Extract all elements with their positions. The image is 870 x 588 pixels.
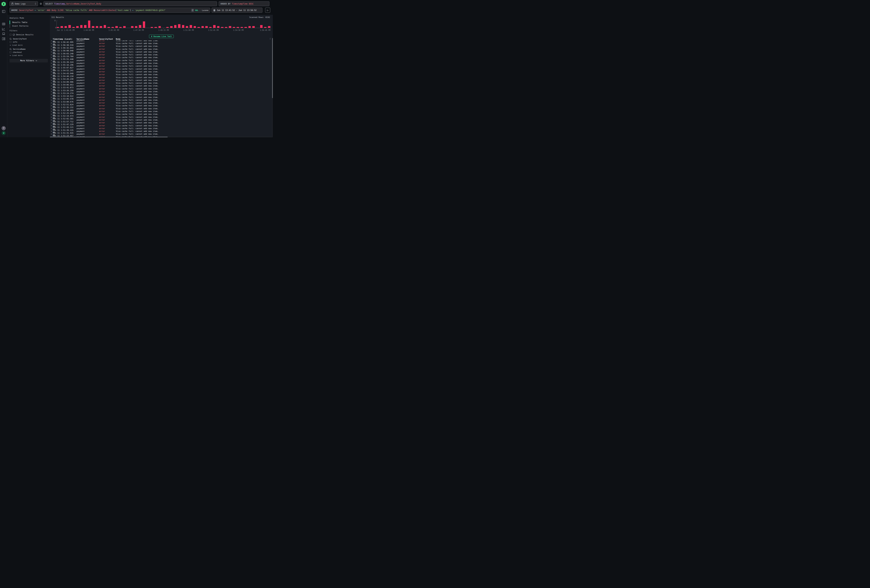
row-expand-chevron-icon[interactable] [50,91,53,92]
histogram-bar[interactable] [131,26,133,28]
denoise-checkbox[interactable] [10,34,12,36]
horizontal-scrollbar[interactable] [50,137,272,137]
table-row[interactable]: Jun 11 1:53:00.676 PMpaymenterrorVisa ca… [50,101,272,104]
histogram-bar[interactable] [201,26,204,28]
row-expand-chevron-icon[interactable] [50,65,53,67]
histogram-bar[interactable] [229,26,231,28]
row-expand-chevron-icon[interactable] [50,116,53,118]
horizontal-scrollbar-thumb[interactable] [50,137,168,137]
search-icon[interactable] [10,38,12,40]
client-sessions-icon[interactable] [2,33,5,36]
checkout-checkbox[interactable] [10,51,12,53]
column-resize-handle[interactable]: ⋮ [75,38,77,40]
row-expand-chevron-icon[interactable] [50,71,53,73]
load-more-servicename[interactable]: Load more [10,54,22,57]
vertical-scrollbar[interactable] [272,37,273,137]
table-row[interactable]: Jun 11 1:51:47.229 PMpaymenterrorVisa ca… [50,124,272,127]
order-by-input[interactable]: ORDER BY TimestampTime DESC [219,1,270,6]
search-icon[interactable] [10,48,12,50]
table-row[interactable]: Jun 11 1:55:07.827 PMpaymenterrorVisa ca… [50,67,272,70]
select-query-input[interactable]: SELECT Timestamp, ServiceName, SeverityT… [43,1,217,6]
more-filters-button[interactable]: More filters [10,59,48,63]
where-query-input[interactable]: WHERE SeverityText = 'error' AND Body IL… [10,7,210,13]
collapse-sidebar-icon[interactable] [2,10,5,13]
table-row[interactable]: Jun 11 1:56:03.248 PMpaymenterrorVisa ca… [50,53,272,56]
histogram-bar[interactable] [64,26,67,28]
filter-option-info[interactable]: info [10,41,17,43]
vertical-scrollbar-thumb[interactable] [272,38,273,98]
mode-results-table[interactable]: Results Table [10,21,48,24]
table-row[interactable]: Jun 11 1:53:24.274 PMpaymenterrorVisa ca… [50,93,272,96]
column-header-timestamp[interactable]: Timestamp (Local) [53,38,77,40]
table-row[interactable]: Jun 11 1:55:59.760 PMpaymenterrorVisa ca… [50,56,272,59]
histogram-bar[interactable] [88,21,90,28]
row-expand-chevron-icon[interactable] [50,122,53,124]
histogram-bar[interactable] [182,25,184,28]
column-header-body[interactable]: Body [116,38,272,40]
denoise-results-row[interactable]: Denoise Results [10,34,33,36]
run-query-button[interactable]: ▷ [265,7,270,13]
table-row[interactable]: Jun 11 1:52:25.630 PMpaymenterrorVisa ca… [50,113,272,116]
histogram-bar[interactable] [76,26,79,28]
table-row[interactable]: Jun 11 1:54:40.218 PMpaymenterrorVisa ca… [50,76,272,79]
table-row[interactable]: Jun 11 1:56:51.975 PMpaymenterrorVisa ca… [50,40,272,42]
table-row[interactable]: Jun 11 1:56:08.948 PMpaymenterrorVisa ca… [50,51,272,53]
row-expand-chevron-icon[interactable] [50,45,53,47]
table-row[interactable]: Jun 11 1:52:02.581 PMpaymenterrorVisa ca… [50,119,272,121]
row-expand-chevron-icon[interactable] [50,51,53,53]
hyperdx-logo[interactable] [1,2,6,6]
histogram-bar[interactable] [123,26,125,28]
mode-event-patterns[interactable]: Event Patterns [10,24,48,28]
histogram-bar[interactable] [190,25,192,28]
row-expand-chevron-icon[interactable] [50,125,53,127]
histogram-bar[interactable] [84,25,86,28]
table-row[interactable]: Jun 11 1:53:10.922 PMpaymenterrorVisa ca… [50,96,272,99]
row-expand-chevron-icon[interactable] [50,57,53,58]
table-row[interactable]: Jun 11 1:53:41.873 PMpaymenterrorVisa ca… [50,87,272,90]
row-expand-chevron-icon[interactable] [50,128,53,129]
histogram-bar[interactable] [158,26,161,28]
table-row[interactable]: Jun 11 1:51:31.415 PMpaymenterrorVisa ca… [50,133,272,135]
histogram-bar[interactable] [174,25,176,28]
histogram-bar[interactable] [249,26,251,28]
row-expand-chevron-icon[interactable] [50,60,53,61]
column-resize-handle[interactable]: ⋮ [115,38,116,40]
info-checkbox[interactable] [10,41,12,43]
histogram-bar[interactable] [61,26,63,28]
help-button[interactable]: ? [1,126,6,130]
table-row[interactable]: Jun 11 1:51:57.712 PMpaymenterrorVisa ca… [50,121,272,124]
row-expand-chevron-icon[interactable] [50,68,53,70]
row-expand-chevron-icon[interactable] [50,119,53,121]
row-expand-chevron-icon[interactable] [50,85,53,86]
row-expand-chevron-icon[interactable] [50,77,53,78]
histogram-bar[interactable] [143,21,145,28]
column-header-severitytext[interactable]: SeverityText [99,38,116,40]
table-options-menu-icon[interactable]: ⋮ [269,38,271,40]
row-expand-chevron-icon[interactable] [50,105,53,106]
table-row[interactable]: Jun 11 1:53:26.250 PMpaymenterrorVisa ca… [50,90,272,93]
table-row[interactable]: Jun 11 1:52:51.824 PMpaymenterrorVisa ca… [50,104,272,107]
results-histogram[interactable]: 8 0 Jun 11 1:41:45 PM1:44:00 PM1:45:45 P… [51,21,270,28]
sql-mode-toggle[interactable]: SQL [195,9,198,11]
column-resize-handle[interactable]: ⋮ [98,38,100,40]
table-row[interactable]: Jun 11 1:56:42.995 PMpaymenterrorVisa ca… [50,42,272,45]
histogram-bar[interactable] [170,26,173,28]
histogram-bar[interactable] [96,26,98,28]
table-row[interactable]: Jun 11 1:52:35.232 PMpaymenterrorVisa ca… [50,107,272,110]
table-row[interactable]: Jun 11 1:53:05.578 PMpaymenterrorVisa ca… [50,99,272,101]
table-row[interactable]: Jun 11 1:54:06.953 PMpaymenterrorVisa ca… [50,85,272,87]
table-row[interactable]: Jun 11 1:54:26.230 PMpaymenterrorVisa ca… [50,79,272,82]
user-avatar[interactable]: U [1,131,6,135]
histogram-bar[interactable] [69,25,71,28]
row-expand-chevron-icon[interactable] [50,131,53,132]
row-expand-chevron-icon[interactable] [50,133,53,135]
column-header-servicename[interactable]: ServiceName [77,38,99,40]
lucene-mode-toggle[interactable]: Lucene [202,9,209,11]
histogram-bar[interactable] [217,26,219,28]
table-row[interactable]: Jun 11 1:55:16.296 PMpaymenterrorVisa ca… [50,65,272,67]
dashboards-icon[interactable] [2,37,5,40]
table-row[interactable]: Jun 11 1:52:19.473 PMpaymenterrorVisa ca… [50,116,272,119]
histogram-bar[interactable] [178,24,180,28]
row-expand-chevron-icon[interactable] [50,63,53,64]
histogram-bar[interactable] [100,26,102,28]
